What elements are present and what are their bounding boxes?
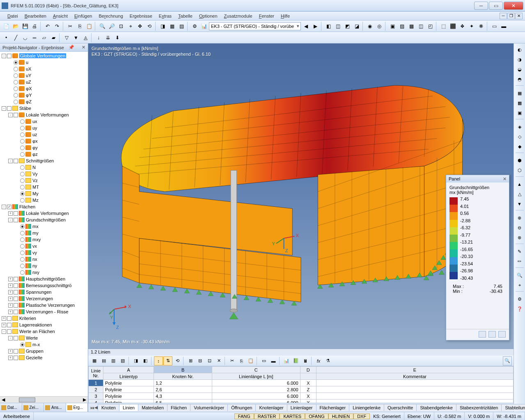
col-c-sub[interactable]: Linienlänge L [m] [212, 373, 300, 380]
tb-g-icon[interactable]: ▣ [388, 22, 397, 31]
sheet-tab[interactable]: Stabteilungen [501, 404, 525, 411]
tb-a-icon[interactable]: ◧ [324, 22, 333, 31]
status-toggle[interactable]: RASTER [254, 413, 280, 419]
tree-node[interactable]: +Lokale Verformungen [0, 210, 88, 217]
col-b-sub[interactable]: Knoten Nr. [154, 373, 212, 380]
tb-p-icon[interactable]: ❋ [477, 22, 486, 31]
sheet-nav[interactable]: ◀ [94, 405, 98, 410]
open-icon[interactable]: 📂 [11, 22, 20, 31]
viewxy-icon[interactable]: ▦ [167, 22, 177, 31]
tree-node[interactable]: mxy [0, 236, 88, 243]
legend-panel[interactable]: Panel ✕ Grundschnittgrößen mx [kNm/m] 7.… [446, 175, 509, 340]
col-d-sub[interactable] [300, 373, 316, 380]
tree-node[interactable]: ux [0, 118, 88, 125]
rt19-icon[interactable]: ✎ [515, 247, 524, 256]
close-button[interactable]: ✕ [504, 2, 523, 10]
table-row[interactable]: 2Polylinie2,62.800Z [89, 386, 514, 393]
rt14-icon[interactable]: △ [515, 189, 524, 199]
tree-node[interactable]: +Hauptschnittgrößen [0, 276, 88, 282]
tree-node[interactable]: uX [0, 66, 88, 72]
tb-d-icon[interactable]: ◪ [352, 22, 361, 31]
tt14-icon[interactable]: ✂ [227, 356, 236, 365]
menu-ergebnisse[interactable]: Ergebnisse [126, 13, 156, 19]
tree-node[interactable]: nx [0, 256, 88, 262]
tree-node[interactable]: -Lokale Verformungen [0, 112, 88, 118]
tt-search-icon[interactable]: 🔍 [503, 356, 512, 365]
rt1-icon[interactable]: ◐ [515, 45, 524, 54]
tree-node[interactable]: +Plastische Verzerrungen [0, 302, 88, 308]
menu-berechnung[interactable]: Berechnung [95, 13, 126, 19]
tree-node[interactable]: Vz [0, 177, 88, 184]
tree-node[interactable]: nxy [0, 269, 88, 276]
zoom-sel-icon[interactable]: ⌖ [126, 22, 135, 31]
sheet-tab[interactable]: Linien [119, 404, 138, 411]
rt21-icon[interactable]: 🔍 [515, 271, 524, 280]
sheet-tab[interactable]: Querschnitte [384, 404, 417, 411]
tree-node[interactable]: My [0, 190, 88, 197]
tree-node[interactable]: -Werte an Flächen [0, 328, 88, 335]
tree-node[interactable]: φx [0, 138, 88, 144]
menu-optionen[interactable]: Optionen [196, 13, 221, 19]
sheet-tab[interactable]: Flächenlager [316, 404, 350, 411]
sheet-tab[interactable]: Knotenlager [255, 404, 287, 411]
tt15-icon[interactable]: ⎘ [237, 356, 246, 365]
tree-node[interactable]: vy [0, 249, 88, 256]
col-rownum[interactable]: Linie Nr. [89, 367, 103, 380]
col-a-sub[interactable]: Linientyp [103, 373, 154, 380]
sheet-tab[interactable]: Stabexzentrizitäten [456, 404, 502, 411]
tb-j-icon[interactable]: ◫ [416, 22, 425, 31]
table-row[interactable]: 4Polylinie6,56.000X [89, 399, 514, 403]
menu-extras[interactable]: Extras [156, 13, 175, 19]
sheet-nav[interactable]: ⏮ [90, 405, 94, 410]
tb-i-icon[interactable]: ▩ [407, 22, 416, 31]
new-icon[interactable]: 📄 [2, 22, 11, 31]
prev-lc-icon[interactable]: ◀ [301, 22, 310, 31]
col-e[interactable]: E [316, 367, 514, 373]
tree-node[interactable]: vx [0, 243, 88, 249]
col-a[interactable]: A [103, 367, 154, 373]
tree-node[interactable]: φY [0, 92, 88, 98]
view3d-icon[interactable]: ◨ [158, 22, 167, 31]
tt11-icon[interactable]: ⊟ [195, 356, 204, 365]
tt-calc-icon[interactable]: 🖩 [301, 356, 310, 365]
legend-btn2-icon[interactable] [488, 331, 496, 338]
tree-node[interactable]: +Lagerreaktionen [0, 322, 88, 328]
rt13-icon[interactable]: ▲ [515, 180, 524, 189]
sheet-tab[interactable]: Stabendgelenke [416, 404, 456, 411]
rt11-icon[interactable]: ⬢ [515, 156, 524, 165]
results-icon[interactable]: 📊 [199, 22, 209, 31]
rt12-icon[interactable]: ⬡ [515, 166, 524, 175]
tree-node[interactable]: my [0, 230, 88, 236]
table-row[interactable]: 1Polylinie1,26.000X [89, 380, 514, 386]
tt-filter-icon[interactable]: ⚗ [323, 356, 332, 365]
tree-node[interactable]: mx [0, 223, 88, 230]
navigator-tab[interactable]: Zei... [22, 403, 44, 412]
zoom-in-icon[interactable]: 🔎 [107, 22, 116, 31]
sup1-icon[interactable]: ▽ [62, 33, 71, 42]
mdi-restore[interactable]: ❐ [507, 13, 515, 19]
sup3-icon[interactable]: ◬ [81, 33, 90, 42]
menu-bearbeiten[interactable]: Bearbeiten [21, 13, 50, 19]
status-toggle[interactable]: DXF [353, 413, 370, 419]
tree-node[interactable]: +Verzerrungen - Risse [0, 308, 88, 315]
tt19-icon[interactable]: 📊 [282, 356, 291, 365]
viewport-3d[interactable]: Grundschnittgrößen m-x [kNm/m] EK3 : GZT… [88, 43, 514, 348]
tt7-icon[interactable]: ↕ [154, 356, 163, 365]
rt22-icon[interactable]: ⌖ [515, 281, 524, 290]
rt3-icon[interactable]: ◒ [515, 65, 524, 74]
tb-r-icon[interactable]: ▬ [499, 22, 508, 31]
tree-node[interactable]: -Werte [0, 335, 88, 341]
rt10-icon[interactable]: ◆ [515, 142, 524, 151]
tb-c-icon[interactable]: ◩ [343, 22, 352, 31]
tree-node[interactable]: +Gruppen [0, 348, 88, 354]
menu-datei[interactable]: Datei [4, 13, 21, 19]
undo-icon[interactable]: ↶ [43, 22, 52, 31]
tree-node[interactable]: φz [0, 151, 88, 158]
print-icon[interactable]: 🖨 [30, 22, 39, 31]
member-icon[interactable]: ═ [30, 33, 39, 42]
rt8-icon[interactable]: ◈ [515, 122, 524, 131]
sheet-tab[interactable]: Flächen [167, 404, 190, 411]
tree-node[interactable]: +Bemessungsschnittgrö [0, 282, 88, 289]
rt18-icon[interactable]: ⊗ [515, 233, 524, 242]
tree-node[interactable]: +Kriterien [0, 315, 88, 322]
